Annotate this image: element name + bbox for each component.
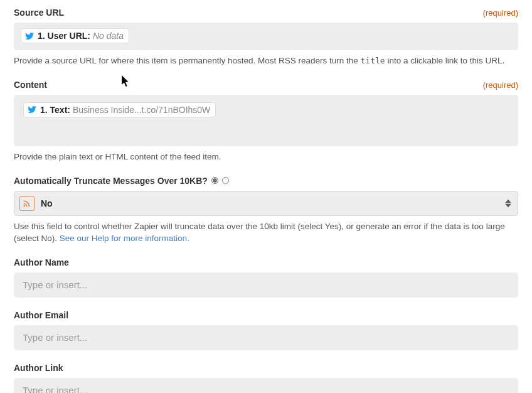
placeholder: Type or insert... bbox=[23, 332, 87, 343]
content-pill[interactable]: 1. Text: Business Inside...t.co/71nBOIhs… bbox=[24, 103, 215, 117]
source-url-input[interactable]: 1. User URL: No data bbox=[14, 23, 518, 50]
content-help: Provide the plain text or HTML content o… bbox=[14, 151, 518, 163]
author-link-input[interactable]: Type or insert... bbox=[14, 378, 518, 393]
source-url-pill[interactable]: 1. User URL: No data bbox=[21, 29, 129, 43]
placeholder: Type or insert... bbox=[23, 279, 87, 290]
field-header: Author Name bbox=[14, 257, 518, 267]
field-header: Automatically Truncate Messages Over 10K… bbox=[14, 176, 518, 186]
pill-text: 1. User URL: No data bbox=[38, 31, 124, 41]
field-header: Author Email bbox=[14, 310, 518, 320]
required-tag: (required) bbox=[483, 80, 518, 90]
twitter-icon bbox=[25, 31, 35, 41]
content-label: Content bbox=[14, 80, 47, 90]
author-link-field: Author Link Type or insert... bbox=[14, 363, 518, 393]
author-link-label: Author Link bbox=[14, 363, 63, 373]
truncate-help-link[interactable]: See our Help for more information. bbox=[60, 234, 189, 243]
required-tag: (required) bbox=[483, 8, 518, 18]
truncate-radio-no[interactable] bbox=[222, 177, 229, 184]
source-url-field: Source URL (required) 1. User URL: No da… bbox=[14, 8, 518, 67]
content-field: Content (required) 1. Text: Business Ins… bbox=[14, 80, 518, 163]
truncate-radio-group bbox=[211, 177, 229, 184]
truncate-select[interactable]: No bbox=[14, 191, 518, 216]
author-email-label: Author Email bbox=[14, 310, 68, 320]
pill-text: 1. Text: Business Inside...t.co/71nBOIhs… bbox=[40, 105, 210, 115]
author-email-input[interactable]: Type or insert... bbox=[14, 325, 518, 350]
source-url-label: Source URL bbox=[14, 8, 64, 18]
truncate-radio-yes[interactable] bbox=[211, 177, 218, 184]
field-header: Author Link bbox=[14, 363, 518, 373]
author-name-label: Author Name bbox=[14, 257, 69, 267]
placeholder: Type or insert... bbox=[23, 385, 87, 393]
author-name-field: Author Name Type or insert... bbox=[14, 257, 518, 298]
rss-icon bbox=[19, 196, 35, 211]
author-email-field: Author Email Type or insert... bbox=[14, 310, 518, 350]
svg-point-0 bbox=[23, 205, 25, 207]
truncate-select-value: No bbox=[41, 198, 53, 208]
content-input[interactable]: 1. Text: Business Inside...t.co/71nBOIhs… bbox=[14, 95, 518, 146]
source-url-help: Provide a source URL for where this item… bbox=[14, 55, 518, 67]
truncate-field: Automatically Truncate Messages Over 10K… bbox=[14, 176, 518, 245]
truncate-label: Automatically Truncate Messages Over 10K… bbox=[14, 176, 208, 186]
stepper-icon[interactable] bbox=[505, 199, 511, 207]
field-header: Source URL (required) bbox=[14, 8, 518, 18]
author-name-input[interactable]: Type or insert... bbox=[14, 272, 518, 298]
field-header: Content (required) bbox=[14, 80, 518, 90]
twitter-icon bbox=[28, 105, 37, 114]
truncate-help: Use this field to control whether Zapier… bbox=[14, 221, 518, 245]
